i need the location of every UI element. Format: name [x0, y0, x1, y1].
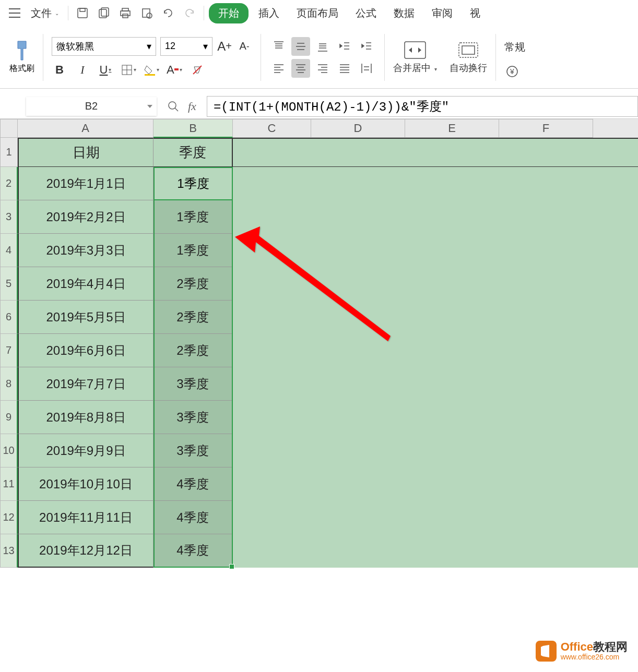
font-color-button[interactable]: A▾ — [167, 62, 182, 78]
distribute-icon[interactable] — [357, 59, 376, 78]
align-center-icon[interactable] — [291, 59, 310, 78]
row-header-11[interactable]: 11 — [0, 467, 18, 501]
cell-empty[interactable] — [233, 534, 638, 568]
row-header-8[interactable]: 8 — [0, 367, 18, 401]
tab-review[interactable]: 审阅 — [424, 3, 460, 23]
cell-A11[interactable]: 2019年10月10日 — [18, 467, 153, 501]
merge-center-button[interactable]: 合并居中 ▾ — [393, 41, 437, 74]
col-header-A[interactable]: A — [18, 119, 153, 138]
fx-icon[interactable]: fx — [188, 100, 196, 113]
row-header-10[interactable]: 10 — [0, 434, 18, 467]
row-header-13[interactable]: 13 — [0, 534, 18, 568]
cell-empty[interactable] — [233, 167, 638, 200]
row-header-4[interactable]: 4 — [0, 234, 18, 267]
align-top-icon[interactable] — [269, 37, 288, 56]
clear-format-button[interactable] — [190, 62, 205, 78]
formula-input[interactable]: =(INT(1+(MONTH(A2)-1)/3))&"季度" — [207, 96, 638, 117]
col-header-E[interactable]: E — [405, 119, 499, 138]
cell-A10[interactable]: 2019年9月9日 — [18, 434, 153, 467]
row-header-2[interactable]: 2 — [0, 167, 18, 200]
cell-empty[interactable] — [233, 267, 638, 301]
tab-page-layout[interactable]: 页面布局 — [289, 3, 346, 23]
cell-B12[interactable]: 4季度 — [153, 501, 233, 534]
bold-button[interactable]: B — [52, 62, 67, 78]
row-header-12[interactable]: 12 — [0, 501, 18, 534]
cell-empty[interactable] — [233, 301, 638, 334]
cell-B9[interactable]: 3季度 — [153, 401, 233, 434]
col-header-D[interactable]: D — [311, 119, 405, 138]
tab-insert[interactable]: 插入 — [251, 3, 287, 23]
cell-B10[interactable]: 3季度 — [153, 434, 233, 467]
cell-A3[interactable]: 2019年2月2日 — [18, 200, 153, 234]
align-right-icon[interactable] — [313, 59, 332, 78]
cell-empty[interactable] — [233, 434, 638, 467]
row-header-3[interactable]: 3 — [0, 200, 18, 234]
row-header-6[interactable]: 6 — [0, 301, 18, 334]
decrease-font-icon[interactable]: A- — [237, 39, 252, 54]
cell-B11[interactable]: 4季度 — [153, 467, 233, 501]
name-box[interactable]: B2 — [26, 97, 157, 116]
cell-A4[interactable]: 2019年3月3日 — [18, 234, 153, 267]
increase-indent-icon[interactable] — [357, 37, 376, 56]
cell-empty[interactable] — [233, 138, 638, 167]
cell-A2[interactable]: 2019年1月1日 — [18, 167, 153, 200]
cell-empty[interactable] — [233, 401, 638, 434]
cell-A8[interactable]: 2019年7月7日 — [18, 367, 153, 401]
col-header-B[interactable]: B — [153, 119, 233, 138]
row-header-9[interactable]: 9 — [0, 401, 18, 434]
align-bottom-icon[interactable] — [313, 37, 332, 56]
decrease-indent-icon[interactable] — [335, 37, 354, 56]
align-left-icon[interactable] — [269, 59, 288, 78]
cell-empty[interactable] — [233, 467, 638, 501]
tab-formulas[interactable]: 公式 — [348, 3, 384, 23]
cell-A13[interactable]: 2019年12月12日 — [18, 534, 153, 568]
cell-A9[interactable]: 2019年8月8日 — [18, 401, 153, 434]
cell-B8[interactable]: 3季度 — [153, 367, 233, 401]
cell-empty[interactable] — [233, 200, 638, 234]
cell-B4[interactable]: 1季度 — [153, 234, 233, 267]
col-header-F[interactable]: F — [499, 119, 593, 138]
cell-empty[interactable] — [233, 501, 638, 534]
col-header-C[interactable]: C — [233, 119, 311, 138]
border-button[interactable]: ▾ — [121, 62, 136, 78]
italic-button[interactable]: I — [75, 62, 90, 78]
cell-B13[interactable]: 4季度 — [153, 534, 233, 568]
cell-B1[interactable]: 季度 — [153, 138, 233, 167]
font-size-select[interactable]: 12 ▾ — [160, 37, 212, 56]
file-menu[interactable]: 文件 ⌄ — [27, 4, 63, 22]
cell-empty[interactable] — [233, 234, 638, 267]
cell-B6[interactable]: 2季度 — [153, 301, 233, 334]
row-header-5[interactable]: 5 — [0, 267, 18, 301]
save-icon[interactable] — [73, 4, 92, 22]
number-format[interactable]: 常规 — [504, 40, 525, 54]
cell-B5[interactable]: 2季度 — [153, 267, 233, 301]
increase-font-icon[interactable]: A+ — [217, 39, 232, 54]
print-preview-icon[interactable] — [137, 4, 156, 22]
cell-B2[interactable]: 1季度 — [153, 167, 233, 200]
font-name-select[interactable]: 微软雅黑 ▾ — [52, 37, 156, 56]
underline-button[interactable]: U▾ — [98, 62, 113, 78]
cell-B3[interactable]: 1季度 — [153, 200, 233, 234]
currency-icon[interactable]: ¥ — [504, 64, 520, 79]
cell-A5[interactable]: 2019年4月4日 — [18, 267, 153, 301]
cell-empty[interactable] — [233, 367, 638, 401]
tab-start[interactable]: 开始 — [209, 3, 249, 23]
undo-icon[interactable] — [159, 4, 178, 22]
menu-icon[interactable] — [5, 4, 24, 22]
cell-A12[interactable]: 2019年11月11日 — [18, 501, 153, 534]
row-header-7[interactable]: 7 — [0, 334, 18, 367]
save-as-icon[interactable] — [94, 4, 113, 22]
cell-empty[interactable] — [233, 334, 638, 367]
print-icon[interactable] — [116, 4, 135, 22]
format-painter-button[interactable]: 格式刷 — [9, 40, 34, 74]
cell-A1[interactable]: 日期 — [18, 138, 153, 167]
zoom-icon[interactable] — [167, 100, 180, 113]
auto-wrap-button[interactable]: 自动换行 — [450, 41, 487, 74]
justify-icon[interactable] — [335, 59, 354, 78]
fill-color-button[interactable]: ▾ — [144, 62, 159, 78]
align-middle-icon[interactable] — [291, 37, 310, 56]
tab-view[interactable]: 视 — [463, 3, 488, 23]
row-header-1[interactable]: 1 — [0, 138, 18, 167]
tab-data[interactable]: 数据 — [386, 3, 422, 23]
cell-B7[interactable]: 2季度 — [153, 334, 233, 367]
